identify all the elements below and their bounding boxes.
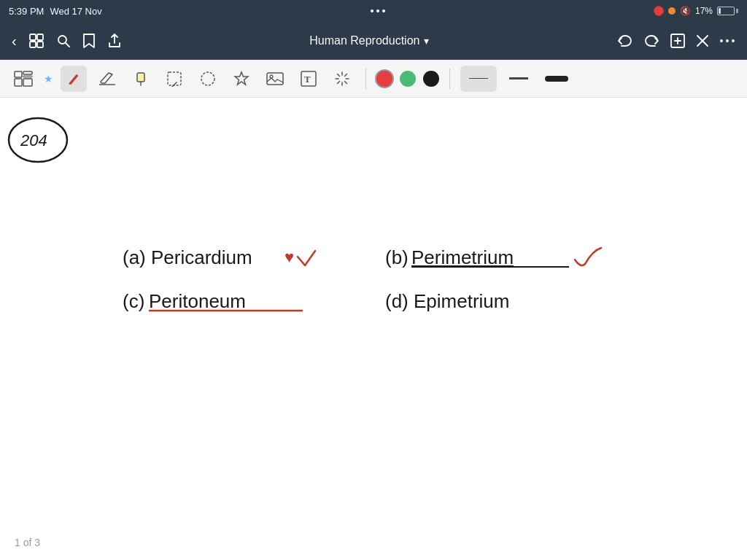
- svg-text:(d) Epimetrium: (d) Epimetrium: [385, 290, 509, 312]
- eraser-tool[interactable]: [94, 66, 120, 92]
- date: Wed 17 Nov: [50, 6, 101, 17]
- svg-line-5: [66, 43, 69, 47]
- svg-point-12: [726, 39, 729, 42]
- image-tool[interactable]: [262, 66, 288, 92]
- time: 5:39 PM: [9, 6, 44, 17]
- status-bar: 5:39 PM Wed 17 Nov 🔇 17%: [0, 0, 747, 22]
- toolbar-separator-2: [449, 69, 450, 89]
- svg-point-11: [720, 39, 723, 42]
- handwriting-canvas: 204 (a) Pericardium ♥ (b) Perimetrium (c…: [0, 98, 747, 560]
- add-page-button[interactable]: [670, 33, 686, 49]
- medium-weight-button[interactable]: [504, 66, 533, 92]
- document-title: Human Reproduction: [309, 34, 419, 47]
- svg-text:(a) Pericardium: (a) Pericardium: [123, 246, 252, 268]
- title-chevron-icon: ▾: [424, 35, 429, 47]
- dot1: [371, 9, 374, 12]
- grid-view-button[interactable]: [28, 33, 44, 49]
- svg-marker-25: [235, 72, 248, 85]
- thumbnail-tool[interactable]: [10, 66, 36, 92]
- svg-point-4: [58, 36, 66, 44]
- svg-rect-17: [15, 79, 22, 86]
- lasso-tool[interactable]: [195, 66, 221, 92]
- svg-rect-16: [23, 76, 32, 77]
- svg-rect-2: [30, 42, 36, 47]
- svg-rect-0: [30, 34, 36, 40]
- svg-rect-1: [37, 34, 43, 40]
- text-tool[interactable]: T: [295, 66, 322, 92]
- top-bar-right: [617, 33, 735, 49]
- top-bar-left: ‹: [12, 33, 122, 50]
- svg-text:(b): (b): [385, 246, 409, 268]
- svg-line-23: [172, 82, 177, 87]
- status-center: [371, 9, 385, 12]
- black-color-swatch[interactable]: [423, 71, 439, 87]
- highlighter-tool[interactable]: [128, 66, 154, 92]
- svg-text:204: 204: [20, 131, 47, 149]
- svg-rect-26: [267, 73, 283, 85]
- dot3: [382, 9, 385, 12]
- svg-text:Perimetrium: Perimetrium: [411, 246, 514, 268]
- undo-button[interactable]: [617, 34, 633, 48]
- dot2: [376, 9, 379, 12]
- bookmark-button[interactable]: [82, 33, 96, 49]
- top-navigation-bar: ‹ Human Repro: [0, 22, 747, 60]
- status-left: 5:39 PM Wed 17 Nov: [9, 6, 102, 17]
- status-right: 🔇 17%: [654, 6, 738, 16]
- svg-point-24: [201, 72, 214, 85]
- svg-rect-22: [168, 72, 181, 85]
- share-button[interactable]: [107, 33, 122, 49]
- search-button[interactable]: [56, 34, 71, 48]
- document-title-area[interactable]: Human Reproduction ▾: [309, 34, 429, 47]
- redo-button[interactable]: [643, 34, 659, 48]
- svg-text:(c): (c): [123, 290, 144, 312]
- drawing-toolbar: ★: [0, 60, 747, 98]
- battery-percent: 17%: [695, 6, 713, 16]
- speaker-icon: 🔇: [680, 6, 691, 16]
- page-indicator: 1 of 3: [15, 537, 40, 548]
- close-button[interactable]: [696, 34, 709, 47]
- thin-weight-button[interactable]: [460, 66, 497, 92]
- shape-tool[interactable]: [228, 66, 255, 92]
- back-button[interactable]: ‹: [12, 33, 17, 50]
- svg-rect-15: [23, 71, 32, 74]
- svg-rect-18: [23, 79, 32, 86]
- pen-tool[interactable]: [61, 66, 87, 92]
- svg-rect-20: [137, 73, 144, 82]
- selection-tool[interactable]: [161, 66, 187, 92]
- green-color-swatch[interactable]: [400, 71, 416, 87]
- svg-text:T: T: [304, 74, 311, 85]
- svg-text:♥: ♥: [285, 248, 294, 266]
- svg-text:Peritoneum: Peritoneum: [149, 290, 246, 312]
- thick-weight-button[interactable]: [541, 66, 573, 92]
- svg-rect-3: [37, 42, 43, 47]
- red-color-swatch[interactable]: [376, 71, 392, 87]
- notification-dot: [668, 7, 676, 15]
- battery-icon: [717, 7, 738, 15]
- more-options-button[interactable]: [719, 39, 735, 43]
- svg-point-13: [732, 39, 735, 42]
- canvas-area[interactable]: 204 (a) Pericardium ♥ (b) Perimetrium (c…: [0, 98, 747, 560]
- record-indicator: [654, 6, 664, 16]
- bluetooth-icon: ★: [44, 73, 53, 85]
- svg-rect-14: [15, 71, 22, 77]
- more-tools[interactable]: [329, 66, 355, 92]
- toolbar-separator-1: [365, 69, 366, 89]
